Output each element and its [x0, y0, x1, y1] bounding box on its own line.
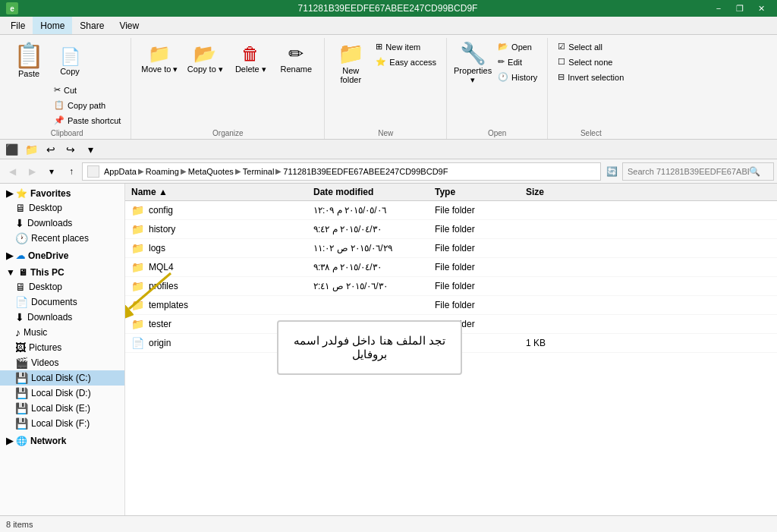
sidebar-item-recent[interactable]: 🕐Recent places — [0, 231, 124, 246]
breadcrumb[interactable]: AppData ▶ Roaming ▶ MetaQuotes ▶ Termina… — [82, 162, 601, 181]
sidebar-thispc-header[interactable]: ▼🖥 This PC — [0, 266, 124, 279]
table-row[interactable]: 📁MQL4 ٢٠١٥/٠٤/٣٠ م ٩:٣٨ File folder — [125, 258, 777, 277]
file-list-header: Name ▲ Date modified Type Size — [125, 184, 777, 201]
paste-button[interactable]: 📋 Paste — [9, 39, 49, 80]
qt-properties-button[interactable]: ⬛ — [3, 141, 20, 158]
sidebar-network: ▶🌐 Network — [0, 434, 124, 448]
invert-selection-button[interactable]: ⊟Invert selection — [554, 70, 628, 84]
back-button[interactable]: ◀ — [3, 162, 21, 181]
qt-new-folder-button[interactable]: 📁 — [23, 141, 39, 158]
new-item-button[interactable]: ⊞New item — [372, 39, 440, 54]
sidebar-network-header[interactable]: ▶🌐 Network — [0, 434, 124, 448]
new-folder-button[interactable]: 📁 Newfolder — [331, 39, 370, 87]
ribbon-open-group: 🔧 Properties ▾ 📂Open ✏Edit 🕐History Open — [447, 38, 548, 139]
sidebar-item-thispc-downloads[interactable]: ⬇Downloads — [0, 310, 124, 325]
rename-button[interactable]: ✏ Rename — [274, 39, 318, 76]
table-row-profiles[interactable]: 📁profiles ٢٠١٥/٠٦/٣٠ ص ٢:٤١ File folder — [125, 277, 777, 296]
sidebar-item-music[interactable]: ♪Music — [0, 325, 124, 340]
forward-button[interactable]: ▶ — [23, 162, 41, 181]
window-title: 711281B39EEDFE67ABEE247CD99BCD9F — [67, 3, 709, 14]
paste-shortcut-button[interactable]: 📌Paste shortcut — [50, 113, 124, 127]
sidebar-item-pictures[interactable]: 🖼Pictures — [0, 340, 124, 355]
sidebar-item-videos[interactable]: 🎬Videos — [0, 355, 124, 370]
sidebar: ▶⭐ Favorites 🖥Desktop ⬇Downloads 🕐Recent… — [0, 184, 125, 532]
copy-button[interactable]: 📄 Copy — [50, 39, 90, 82]
file-list: Name ▲ Date modified Type Size 📁config ٢… — [125, 184, 777, 532]
ribbon-new-group: 📁 Newfolder ⊞New item ⭐Easy access New — [325, 38, 447, 139]
table-row[interactable]: 📁config ٢٠١٥/٠٥/٠٦ م ١٢:٠٩ File folder — [125, 201, 777, 220]
easy-access-button[interactable]: ⭐Easy access — [372, 55, 440, 69]
address-bar: ◀ ▶ ▾ ↑ AppData ▶ Roaming ▶ MetaQuotes ▶… — [0, 159, 777, 184]
close-button[interactable]: ✕ — [751, 2, 771, 15]
open-button[interactable]: 📂Open — [494, 39, 541, 54]
qt-customize-button[interactable]: ▾ — [82, 141, 99, 158]
quick-toolbar: ⬛ 📁 ↩ ↪ ▾ — [0, 140, 777, 159]
breadcrumb-hash[interactable]: 711281B39EEDFE67ABEE247CD99BCD9F — [283, 167, 448, 176]
table-row[interactable]: 📁history ٢٠١٥/٠٤/٣٠ م ٩:٤٢ File folder — [125, 220, 777, 239]
menu-file[interactable]: File — [3, 17, 33, 34]
annotation-box: تجد الملف هنا داخل فولدر اسمه بروفايل — [277, 320, 462, 375]
col-name-header[interactable]: Name ▲ — [125, 185, 307, 199]
ribbon-clipboard-group: 📋 Paste 📄 Copy ✂Cut 📋Copy path 📌Paste sh… — [3, 38, 131, 139]
history-button[interactable]: 🕐History — [494, 70, 541, 84]
qt-undo-button[interactable]: ↩ — [42, 141, 59, 158]
copy-to-button[interactable]: 📂 Copy to ▾ — [183, 39, 227, 77]
sidebar-thispc: ▼🖥 This PC 🖥Desktop 📄Documents ⬇Download… — [0, 266, 124, 431]
sidebar-item-local-f[interactable]: 💾Local Disk (F:) — [0, 416, 124, 431]
title-bar: e 711281B39EEDFE67ABEE247CD99BCD9F − ❐ ✕ — [0, 0, 777, 17]
sidebar-item-thispc-desktop[interactable]: 🖥Desktop — [0, 279, 124, 294]
ribbon-organize-group: 📁 Move to ▾ 📂 Copy to ▾ 🗑 Delete ▾ ✏ Ren… — [131, 38, 325, 139]
search-input[interactable] — [628, 167, 749, 176]
search-box[interactable]: 🔍 — [622, 162, 774, 181]
delete-button[interactable]: 🗑 Delete ▾ — [228, 39, 272, 77]
menu-home[interactable]: Home — [33, 17, 72, 34]
edit-button[interactable]: ✏Edit — [494, 55, 541, 69]
copy-path-button[interactable]: 📋Copy path — [50, 98, 124, 112]
sidebar-item-local-c[interactable]: 💾Local Disk (C:) — [0, 370, 124, 386]
main-area: ▶⭐ Favorites 🖥Desktop ⬇Downloads 🕐Recent… — [0, 184, 777, 532]
sidebar-onedrive: ▶☁ OneDrive — [0, 249, 124, 263]
qt-redo-button[interactable]: ↪ — [62, 141, 79, 158]
table-row[interactable]: 📁logs ٢٠١٥/٠٦/٢٩ ص ١١:٠٢ File folder — [125, 239, 777, 258]
breadcrumb-appdata[interactable]: AppData — [104, 167, 137, 176]
up-button[interactable]: ↑ — [62, 162, 80, 181]
recent-locations-button[interactable]: ▾ — [42, 162, 61, 181]
select-none-button[interactable]: ☐Select none — [554, 55, 628, 69]
sidebar-item-documents[interactable]: 📄Documents — [0, 294, 124, 310]
sidebar-item-local-d[interactable]: 💾Local Disk (D:) — [0, 386, 124, 401]
breadcrumb-terminal[interactable]: Terminal — [243, 167, 275, 176]
menu-share[interactable]: Share — [72, 17, 112, 34]
sidebar-item-desktop[interactable]: 🖥Desktop — [0, 200, 124, 216]
sidebar-favorites: ▶⭐ Favorites 🖥Desktop ⬇Downloads 🕐Recent… — [0, 187, 124, 246]
properties-button[interactable]: 🔧 Properties ▾ — [453, 39, 492, 87]
minimize-button[interactable]: − — [709, 2, 728, 15]
annotation-text: تجد الملف هنا داخل فولدر اسمه بروفايل — [294, 334, 445, 361]
col-size-header[interactable]: Size — [520, 185, 580, 199]
breadcrumb-metaquotes[interactable]: MetaQuotes — [188, 167, 234, 176]
menu-bar: File Home Share View — [0, 17, 777, 35]
col-type-header[interactable]: Type — [429, 185, 520, 199]
ribbon: 📋 Paste 📄 Copy ✂Cut 📋Copy path 📌Paste sh… — [0, 35, 777, 140]
status-bar: 8 items — [0, 515, 777, 532]
breadcrumb-roaming[interactable]: Roaming — [146, 167, 179, 176]
cut-button[interactable]: ✂Cut — [50, 83, 124, 97]
status-text: 8 items — [6, 520, 33, 529]
menu-view[interactable]: View — [112, 17, 146, 34]
move-to-button[interactable]: 📁 Move to ▾ — [137, 39, 181, 77]
sidebar-item-local-e[interactable]: 💾Local Disk (E:) — [0, 401, 124, 416]
select-all-button[interactable]: ☑Select all — [554, 39, 628, 54]
sidebar-onedrive-header[interactable]: ▶☁ OneDrive — [0, 249, 124, 263]
col-date-header[interactable]: Date modified — [307, 185, 429, 199]
restore-button[interactable]: ❐ — [730, 2, 750, 15]
ribbon-select-group: ☑Select all ☐Select none ⊟Invert selecti… — [548, 38, 634, 139]
table-row[interactable]: 📁templates File folder — [125, 296, 777, 315]
sidebar-favorites-header[interactable]: ▶⭐ Favorites — [0, 187, 124, 200]
sidebar-item-downloads[interactable]: ⬇Downloads — [0, 216, 124, 231]
refresh-button[interactable]: 🔄 — [602, 162, 621, 181]
